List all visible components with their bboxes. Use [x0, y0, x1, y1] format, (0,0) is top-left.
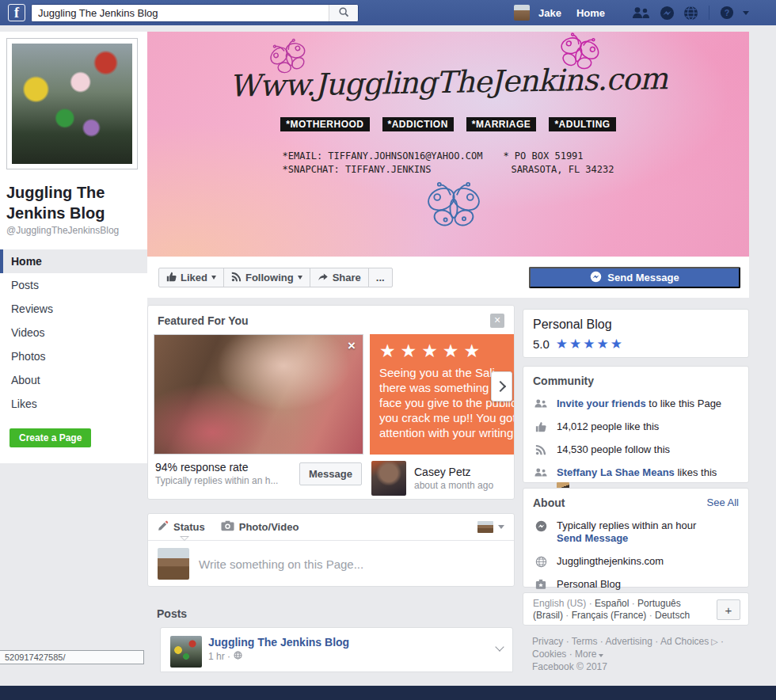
post-menu-button[interactable] [496, 639, 503, 664]
profile-picture[interactable] [6, 38, 138, 169]
sidebar-item-reviews[interactable]: Reviews [0, 297, 147, 321]
about-category: Personal Blog [557, 578, 621, 591]
ad-choices-link[interactable]: Ad Choices [660, 636, 709, 647]
page-thumbnail [477, 521, 493, 533]
reviewer-avatar[interactable] [371, 461, 406, 496]
cover-site-url: Www.JugglingTheJenkins.com [147, 59, 749, 105]
topbar-right-cluster: Jake Home ? [514, 0, 749, 25]
page-footer: PrivacyTermsAdvertisingAd Choices ▷ · Co… [532, 635, 744, 673]
home-link[interactable]: Home [576, 7, 605, 19]
website-link[interactable]: Jugglingthejenkins.com [557, 555, 664, 568]
notifications-globe-icon[interactable] [683, 6, 698, 21]
friend-likes-rest: likes this [675, 466, 717, 478]
send-message-button[interactable]: Send Message [529, 267, 740, 288]
create-page-button[interactable]: Create a Page [10, 428, 91, 447]
reviewer-name[interactable]: Casey Petz [414, 466, 493, 478]
privacy-link[interactable]: Privacy [532, 636, 572, 647]
post-time: 1 hr · [208, 651, 230, 662]
post-card: Juggling The Jenkins Blog 1 hr · [160, 627, 513, 672]
add-language-button[interactable]: + [717, 599, 740, 620]
thumb-up-icon [166, 272, 177, 284]
user-avatar[interactable] [514, 5, 530, 21]
search-icon [338, 6, 349, 20]
sidebar-item-about[interactable]: About [0, 368, 147, 392]
post-author-link[interactable]: Juggling The Jenkins Blog [208, 636, 349, 649]
featured-title: Featured For You [158, 314, 249, 327]
terms-link[interactable]: Terms [572, 636, 606, 647]
send-message-link[interactable]: Send Message [557, 532, 628, 544]
friends-icon [533, 398, 549, 409]
public-globe-icon [234, 651, 242, 662]
help-icon[interactable]: ? [720, 6, 734, 20]
composer-page-selector[interactable] [477, 521, 504, 533]
user-name-link[interactable]: Jake [538, 7, 561, 19]
about-reply-time: Typically replies within an hour [557, 519, 696, 531]
posts-section-title: Posts [157, 607, 187, 620]
more-actions-button[interactable]: ... [368, 268, 393, 287]
close-icon[interactable]: × [348, 338, 356, 354]
post-author-avatar[interactable] [170, 636, 202, 668]
liked-button[interactable]: Liked [158, 268, 224, 287]
thumb-up-icon [533, 420, 549, 432]
search-input[interactable] [32, 5, 329, 21]
cover-contact-info: *EMAIL: TIFFANY.JOHNSON16@YAHOO.COM *SNA… [147, 150, 749, 177]
messenger-icon [533, 519, 549, 532]
copyright: Facebook © 2017 [532, 660, 744, 673]
tab-photo-video[interactable]: Photo/Video [221, 514, 299, 540]
account-menu-caret-icon[interactable] [743, 11, 749, 15]
caret-down-icon [599, 654, 603, 657]
sidebar-item-home[interactable]: Home [0, 249, 147, 273]
search-bar [31, 4, 359, 22]
tab-status[interactable]: Status [158, 514, 205, 540]
share-button[interactable]: Share [310, 268, 369, 287]
featured-card-page: × 94% response rate Typically replies wi… [154, 334, 363, 496]
profile-picture-image [12, 44, 132, 164]
language-current: English (US) [533, 598, 586, 609]
camera-icon [221, 520, 234, 534]
facebook-logo[interactable]: f [8, 4, 25, 21]
invite-friends-link[interactable]: Invite your friends [557, 398, 646, 409]
share-arrow-icon [318, 272, 329, 284]
friend-requests-icon[interactable] [631, 6, 651, 19]
left-sidebar: Juggling The Jenkins Blog @JugglingTheJe… [0, 32, 147, 463]
community-title: Community [533, 375, 739, 387]
page-title: Juggling The Jenkins Blog [6, 182, 141, 223]
following-button[interactable]: Following [223, 268, 310, 287]
language-option[interactable]: Français (France) [563, 610, 646, 621]
friends-icon [533, 466, 549, 477]
like-count: 14,012 people like this [557, 420, 659, 433]
message-button[interactable]: Message [299, 462, 362, 485]
featured-cards: × 94% response rate Typically replies wi… [148, 334, 514, 496]
search-button[interactable] [329, 5, 358, 21]
caret-down-icon [498, 525, 504, 529]
reply-time: Typically replies within an h... [155, 475, 278, 486]
sidebar-item-photos[interactable]: Photos [0, 344, 147, 368]
review-time: about a month ago [414, 480, 493, 491]
sidebar-item-posts[interactable]: Posts [0, 273, 147, 297]
language-option[interactable]: Español [586, 598, 629, 609]
globe-icon [533, 555, 549, 568]
cover-tags: *MOTHERHOOD *ADDICTION *MARRIAGE *ADULTI… [147, 117, 749, 131]
ad-choices-icon: ▷ [709, 637, 718, 646]
sidebar-item-likes[interactable]: Likes [0, 392, 147, 416]
about-box: See AllAbout Typically replies within an… [523, 488, 749, 588]
language-option[interactable]: Deutsch [646, 610, 690, 621]
see-all-link[interactable]: See All [707, 496, 739, 508]
cookies-link[interactable]: Cookies [532, 649, 575, 660]
cover-photo[interactable]: Www.JugglingTheJenkins.com *MOTHERHOOD *… [147, 32, 749, 257]
page-category: Personal Blog [533, 318, 739, 332]
more-link[interactable]: More [575, 649, 596, 660]
friend-name-link[interactable]: Steffany La Shae Means [557, 466, 675, 478]
close-icon[interactable]: × [490, 314, 504, 328]
next-card-button[interactable] [491, 371, 512, 401]
cover-tag: *MARRIAGE [466, 117, 537, 131]
featured-photo[interactable]: × [154, 334, 363, 455]
composer-input[interactable]: Write something on this Page... [199, 557, 363, 571]
sidebar-item-videos[interactable]: Videos [0, 321, 147, 344]
category-icon [533, 578, 549, 590]
featured-for-you-box: Featured For You × × 94% response rate T… [147, 305, 515, 500]
advertising-link[interactable]: Advertising [605, 636, 660, 647]
response-rate: 94% response rate [155, 461, 278, 474]
messenger-icon[interactable] [660, 6, 675, 21]
featured-card-review: ★★★★★ Seeing you at the Sali... there wa… [370, 334, 514, 496]
